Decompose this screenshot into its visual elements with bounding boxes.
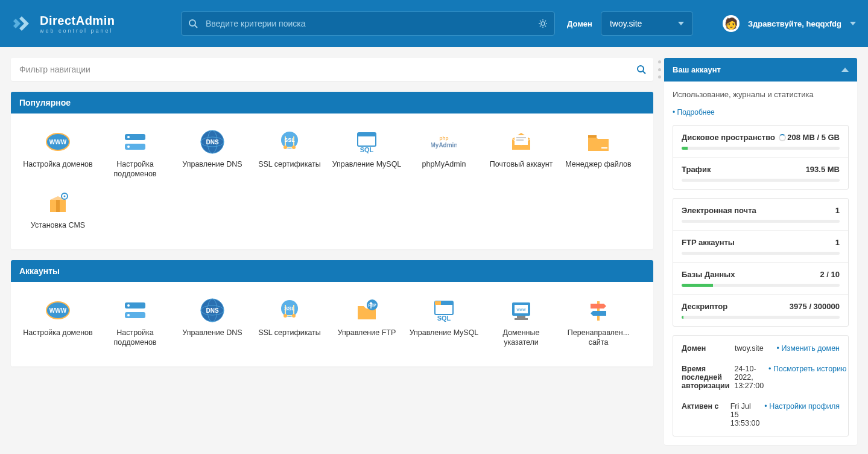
nav-item-sign[interactable]: Перенаправлен... сайта (560, 295, 637, 350)
info-link[interactable]: Посмотреть историю (768, 365, 846, 390)
nav-item-label: Менеджер файлов (562, 159, 635, 169)
stat-value: 1 (835, 238, 840, 247)
more-link[interactable]: Подробнее (673, 108, 715, 117)
info-row: Доменtwoy.siteИзменить домен (673, 338, 848, 359)
nav-item-www[interactable]: WWWНастройка доменов (19, 295, 97, 350)
svg-point-10 (127, 136, 130, 138)
nav-item-label: SSL сертификаты (253, 159, 326, 169)
svg-line-1 (195, 25, 197, 28)
svg-line-4 (643, 71, 645, 74)
nav-item-ftp[interactable]: FTPУправление FTP (328, 295, 405, 350)
svg-text:WWW: WWW (49, 307, 67, 314)
nav-item-subdomain[interactable]: Настройка поддоменов (97, 295, 174, 350)
stat-value: 193.5 MB (806, 165, 840, 174)
svg-rect-29 (588, 135, 597, 138)
progress-bar (682, 252, 840, 255)
nav-item-label: Управление FTP (331, 328, 403, 337)
progress-bar (682, 284, 840, 287)
progress-bar (682, 316, 840, 319)
svg-text:SQL: SQL (437, 315, 451, 322)
svg-point-2 (541, 22, 545, 25)
stat-row: Дескриптор3975 / 300000 (673, 295, 848, 326)
nav-item-www[interactable]: WWWНастройка доменов (19, 127, 97, 182)
svg-rect-30 (601, 147, 607, 149)
info-row: Активен сFri Jul 15 13:53:00Настройки пр… (673, 396, 848, 433)
svg-text:www: www (516, 307, 526, 312)
stat-label: Базы Данных (682, 270, 735, 279)
svg-text:php: php (439, 135, 448, 141)
dns-icon: DNS (200, 129, 225, 155)
nav-item-ssl[interactable]: SSLSSL сертификаты (251, 295, 328, 350)
dns-icon: DNS (200, 298, 225, 323)
chevron-down-icon (678, 22, 684, 25)
logo-title: DirectAdmin (40, 14, 115, 28)
resize-handle[interactable] (658, 60, 661, 78)
svg-rect-59 (515, 318, 528, 320)
nav-item-subdomain[interactable]: Настройка поддоменов (97, 127, 174, 182)
nav-item-sql2[interactable]: SQLУправление MySQL (405, 295, 483, 350)
svg-point-41 (127, 314, 130, 316)
nav-item-ssl[interactable]: SSLSSL сертификаты (251, 127, 328, 182)
nav-item-label: SSL сертификаты (253, 328, 326, 337)
spinner-icon (779, 134, 786, 141)
ssl-icon: SSL (277, 129, 302, 155)
user-menu[interactable]: 🧑 Здравствуйте, heqqxfdg (723, 15, 856, 32)
nav-item-label: Управление DNS (176, 159, 249, 169)
stat-label: FTP аккаунты (682, 238, 735, 247)
nav-item-label: Почтовый аккаунт (485, 159, 557, 169)
sql2-icon: SQL (431, 298, 457, 323)
nav-item-label: Настройка поддоменов (99, 328, 171, 348)
svg-rect-22 (358, 133, 376, 136)
svg-point-34 (64, 195, 66, 197)
panel-header: Популярное (11, 92, 653, 114)
nav-item-sql[interactable]: SQLУправление MySQL (328, 127, 405, 182)
domain-area: Домен twoy.site (567, 11, 693, 36)
svg-text:FTP: FTP (368, 303, 376, 307)
svg-point-19 (292, 145, 296, 149)
nav-item-label: Установка CMS (22, 220, 94, 230)
filter-input[interactable] (11, 58, 653, 81)
info-link[interactable]: Изменить домен (777, 344, 840, 353)
account-panel-header[interactable]: Ваш аккаунт (664, 58, 857, 82)
info-link[interactable]: Настройки профиля (764, 402, 840, 427)
search-icon (188, 19, 198, 28)
domain-label: Домен (567, 19, 592, 28)
nav-item-label: Управление MySQL (408, 328, 480, 337)
svg-text:SSL: SSL (284, 137, 295, 143)
nav-item-label: phpMyAdmin (408, 159, 480, 169)
svg-rect-58 (517, 316, 525, 318)
sql-icon: SQL (354, 129, 379, 155)
stat-row: Трафик193.5 MB (673, 158, 848, 189)
domain-select[interactable]: twoy.site (601, 11, 693, 36)
nav-item-box[interactable]: Установка CMS (19, 188, 97, 232)
info-value: Fri Jul 15 13:53:00 (730, 402, 760, 427)
svg-text:DNS: DNS (206, 139, 218, 145)
search-input[interactable] (181, 11, 555, 36)
stat-value: 208 MB / 5 GB (787, 133, 840, 142)
logo-subtitle: web control panel (40, 28, 115, 34)
search-icon[interactable] (636, 65, 646, 74)
gear-icon[interactable] (538, 19, 548, 28)
stat-label: Трафик (682, 165, 711, 174)
nav-item-pointer[interactable]: wwwДоменные указатели (483, 295, 560, 350)
nav-item-dns[interactable]: DNSУправление DNS (174, 295, 251, 350)
svg-text:DNS: DNS (206, 307, 218, 314)
svg-point-49 (292, 314, 296, 318)
stat-row: FTP аккаунты1 (673, 231, 848, 263)
svg-text:MyAdmin: MyAdmin (431, 142, 457, 149)
www-icon: WWW (45, 129, 71, 155)
pointer-icon: www (508, 298, 534, 323)
logo[interactable]: DirectAdmin web control panel (12, 13, 169, 34)
nav-item-label: Доменные указатели (485, 328, 557, 348)
svg-rect-27 (516, 137, 526, 138)
nav-item-folder[interactable]: Менеджер файлов (560, 127, 637, 182)
nav-item-dns[interactable]: DNSУправление DNS (174, 127, 251, 182)
avatar: 🧑 (723, 15, 740, 32)
app-header: DirectAdmin web control panel Домен twoy… (0, 0, 868, 47)
nav-item-pma[interactable]: phpMyAdminphpMyAdmin (405, 127, 483, 182)
nav-filter (11, 58, 653, 81)
svg-rect-32 (56, 200, 60, 212)
logo-icon (12, 13, 34, 34)
ssl-icon: SSL (277, 298, 302, 323)
nav-item-mail[interactable]: Почтовый аккаунт (483, 127, 560, 182)
